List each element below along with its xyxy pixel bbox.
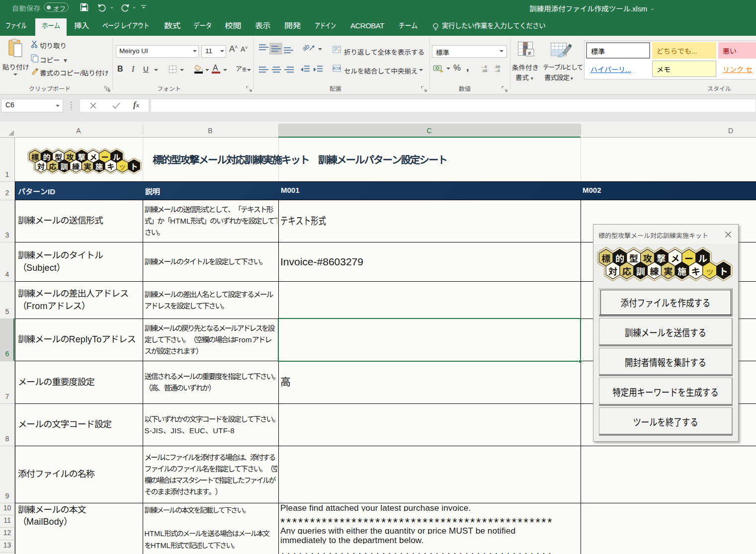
svg-text:.00: .00 <box>482 69 488 73</box>
svg-text:≠: ≠ <box>528 50 531 57</box>
svg-text:→0: →0 <box>494 69 500 73</box>
